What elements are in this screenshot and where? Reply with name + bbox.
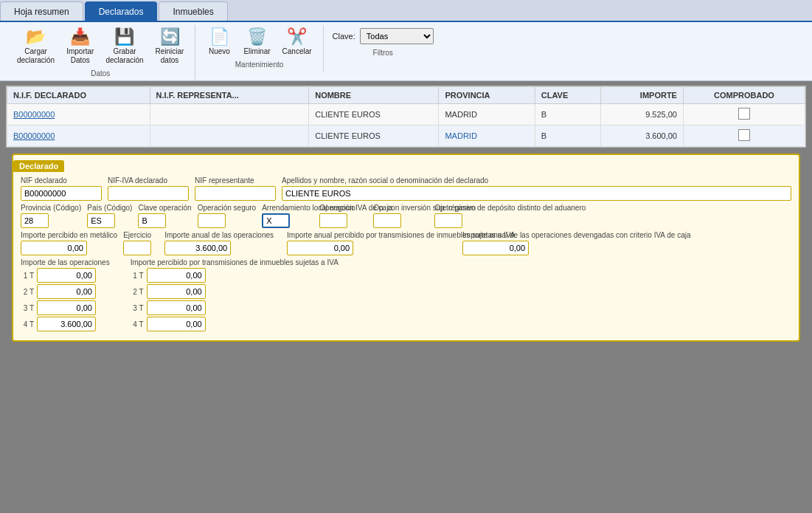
table-panel: N.I.F. DECLARADO N.I.F. REPRESENTA... NO… xyxy=(6,86,806,148)
table-row[interactable]: B00000000 CLIENTE EUROS MADRID B 9.525,0… xyxy=(7,104,805,125)
cargar-icon: 📂 xyxy=(26,27,46,47)
importar-datos-button[interactable]: 📥 ImportarDatos xyxy=(63,25,97,67)
nif-rep-label: NIF representante xyxy=(195,176,276,185)
quarter-trans-2-input[interactable] xyxy=(147,284,206,299)
arrendamiento-input[interactable] xyxy=(262,213,290,228)
eliminar-icon: 🗑️ xyxy=(247,27,267,47)
cell-nif-declarado-1[interactable]: B00000000 xyxy=(7,104,150,125)
quarter-trans-3-input[interactable] xyxy=(147,300,206,315)
tab-inmuebles[interactable]: Inmuebles xyxy=(159,1,227,21)
cell-provincia-2: MADRID xyxy=(439,125,535,147)
cancelar-button[interactable]: ✂️ Cancelar xyxy=(279,25,316,58)
col-clave: CLAVE xyxy=(535,87,600,104)
quarter-trans-4-input[interactable] xyxy=(147,317,206,331)
cell-nombre-1: CLIENTE EUROS xyxy=(309,104,439,125)
declarado-row4: Importe de las operaciones 1 T 2 T 3 T xyxy=(21,258,791,331)
cell-clave-2: B xyxy=(535,125,600,147)
quarters-ops: 1 T 2 T 3 T 4 T xyxy=(21,268,110,331)
reiniciar-datos-button[interactable]: 🔄 Reiniciardatos xyxy=(152,25,188,67)
importe-metalico-label: Importe percibido en metálico xyxy=(21,231,117,239)
quarter-ops-3-input[interactable] xyxy=(37,300,96,315)
op-seguro-input[interactable] xyxy=(198,213,226,228)
cancelar-icon: ✂️ xyxy=(287,27,307,47)
col-provincia: PROVINCIA xyxy=(439,87,535,104)
quarter-trans-2: 2 T xyxy=(131,284,300,299)
declarados-table: N.I.F. DECLARADO N.I.F. REPRESENTA... NO… xyxy=(7,86,805,147)
cancelar-label: Cancelar xyxy=(282,47,312,56)
nuevo-icon: 📄 xyxy=(209,27,229,47)
op-regimen-label: Op. régimen de depósito distinto del adu… xyxy=(434,204,493,212)
op-inversion-field: Op. con inversión sujeto pasivo xyxy=(373,204,428,228)
tab-hoja-resumen[interactable]: Hoja resumen xyxy=(0,1,83,21)
mantenimiento-group-label: Mantenimiento xyxy=(235,61,284,69)
declarado-panel: Declarado NIF declarado NIF-IVA declarad… xyxy=(12,154,800,342)
clave-op-label: Clave operación xyxy=(138,204,191,212)
cell-comprobado-2[interactable] xyxy=(683,125,805,147)
cell-importe-1: 9.525,00 xyxy=(600,104,683,125)
nif-iva-input[interactable] xyxy=(108,186,189,201)
col-nif-representante: N.I.F. REPRESENTA... xyxy=(150,87,309,104)
grabar-declaracion-button[interactable]: 💾 Grabardeclaración xyxy=(102,25,147,67)
importar-label: ImportarDatos xyxy=(66,47,94,65)
op-iva-caja-input[interactable] xyxy=(319,213,347,228)
nuevo-label: Nuevo xyxy=(209,47,230,56)
eliminar-label: Eliminar xyxy=(243,47,270,56)
quarter-trans-3: 3 T xyxy=(131,300,300,315)
provincia-input[interactable] xyxy=(21,213,49,228)
provincia-label: Provincia (Código) xyxy=(21,204,81,212)
pais-input[interactable] xyxy=(87,213,115,228)
declarado-row1: NIF declarado NIF-IVA declarado NIF repr… xyxy=(21,176,791,201)
nif-rep-input[interactable] xyxy=(195,186,276,201)
tab-declarados[interactable]: Declarados xyxy=(85,1,158,21)
op-seguro-label: Operación seguro xyxy=(198,204,257,212)
col-nombre: NOMBRE xyxy=(309,87,439,104)
clave-op-input[interactable] xyxy=(138,213,166,228)
clave-filter-select[interactable]: Todas A B C D E xyxy=(360,28,434,44)
quarter-trans-4: 4 T xyxy=(131,317,300,331)
quarter-ops-2: 2 T xyxy=(21,284,110,299)
quarter-ops-4-input[interactable] xyxy=(37,317,96,331)
quarter-trans-1: 1 T xyxy=(131,268,300,283)
cell-provincia-1: MADRID xyxy=(439,104,535,125)
ejercicio-label: Ejercicio xyxy=(123,231,151,239)
cell-nif-declarado-2[interactable]: B00000000 xyxy=(7,125,150,147)
quarter-trans-1-input[interactable] xyxy=(147,268,206,283)
importe-anual-input[interactable] xyxy=(164,241,231,255)
clave-op-field: Clave operación xyxy=(138,204,191,228)
importe-metalico-input[interactable] xyxy=(21,241,87,255)
eliminar-button[interactable]: 🗑️ Eliminar xyxy=(240,25,274,58)
importe-anual-iva-caja-input[interactable] xyxy=(462,241,529,255)
declarado-row2: Provincia (Código) País (Código) Clave o… xyxy=(21,204,791,228)
op-regimen-input[interactable] xyxy=(434,213,462,228)
quarter-ops-1-input[interactable] xyxy=(37,268,96,283)
apellidos-label: Apellidos y nombre, razón social o denom… xyxy=(282,176,791,185)
importe-anual-label: Importe anual de las operaciones xyxy=(164,231,274,239)
apellidos-field: Apellidos y nombre, razón social o denom… xyxy=(282,176,791,201)
table-row[interactable]: B00000000 CLIENTE EUROS MADRID B 3.600,0… xyxy=(7,125,805,147)
ribbon-group-mantenimiento: 📄 Nuevo 🗑️ Eliminar ✂️ Cancelar Mantenim… xyxy=(195,25,323,72)
pais-field: País (Código) xyxy=(87,204,132,228)
nif-declarado-input[interactable] xyxy=(21,186,102,201)
importe-anual-trans-input[interactable] xyxy=(287,241,353,255)
quarter-ops-2-input[interactable] xyxy=(37,284,96,299)
importe-metalico-field: Importe percibido en metálico xyxy=(21,231,117,255)
cell-comprobado-1[interactable] xyxy=(683,104,805,125)
importe-anual-field: Importe anual de las operaciones xyxy=(164,231,274,255)
apellidos-input[interactable] xyxy=(282,186,791,201)
quarter-ops-4: 4 T xyxy=(21,317,110,331)
ejercicio-input[interactable] xyxy=(123,241,151,255)
grabar-label: Grabardeclaración xyxy=(105,47,143,65)
ribbon: 📂 Cargardeclaración 📥 ImportarDatos 💾 Gr… xyxy=(0,22,812,81)
cargar-declaracion-button[interactable]: 📂 Cargardeclaración xyxy=(13,25,58,67)
ejercicio-field: Ejercicio xyxy=(123,231,151,255)
arrendamiento-field: Arrendamiento local negocio xyxy=(262,204,313,228)
nuevo-button[interactable]: 📄 Nuevo xyxy=(203,25,235,58)
col-comprobado: COMPROBADO xyxy=(683,87,805,104)
arrendamiento-label: Arrendamiento local negocio xyxy=(262,204,313,212)
datos-group-label: Datos xyxy=(91,69,110,78)
op-inversion-input[interactable] xyxy=(373,213,401,228)
pais-label: País (Código) xyxy=(87,204,132,212)
importe-ops-field: Importe de las operaciones 1 T 2 T 3 T xyxy=(21,258,110,331)
quarters-trans: 1 T 2 T 3 T 4 T xyxy=(131,268,300,331)
importe-anual-iva-caja-label: Importe anual de las operaciones devenga… xyxy=(462,231,610,239)
